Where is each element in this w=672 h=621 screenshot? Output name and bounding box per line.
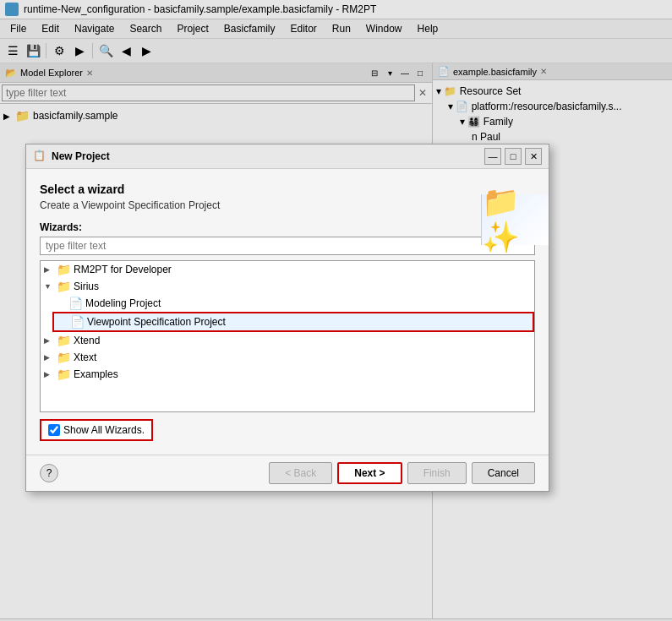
show-all-wizards-section: Show All Wizards.: [40, 419, 153, 441]
wiz-examples-arrow: ▶: [44, 370, 54, 379]
wizards-filter-input[interactable]: [40, 237, 535, 255]
wiz-xtext-label: Xtext: [74, 351, 96, 363]
wiz-examples-icon: 📁: [57, 368, 71, 381]
wiz-sirius-label: Sirius: [74, 281, 99, 292]
wizard-xtext[interactable]: ▶ 📁 Xtext: [41, 349, 534, 366]
back-button[interactable]: < Back: [269, 462, 332, 484]
dialog-footer: ? < Back Next > Finish Cancel: [26, 455, 549, 491]
wiz-xtext-icon: 📁: [57, 351, 71, 364]
dialog-description: Create a Viewpoint Specification Project: [40, 199, 535, 211]
new-project-dialog: 📋 New Project — □ ✕ 📁✨ Select a wizard C…: [25, 144, 549, 492]
wiz-rm2pt-arrow: ▶: [44, 265, 54, 274]
wizards-list: ▶ 📁 RM2PT for Developer ▼ 📁 Sirius 📄 Mod…: [40, 260, 535, 412]
dialog-section-title: Select a wizard: [40, 182, 535, 196]
dialog-titlebar: 📋 New Project — □ ✕: [26, 144, 549, 169]
wiz-xtend-label: Xtend: [74, 335, 100, 346]
wiz-examples-label: Examples: [74, 368, 118, 380]
next-button[interactable]: Next >: [337, 462, 402, 484]
dialog-minimize-btn[interactable]: —: [484, 148, 501, 165]
wizard-viewpoint-spec[interactable]: 📄 Viewpoint Specification Project: [52, 312, 534, 332]
finish-button[interactable]: Finish: [407, 462, 467, 484]
wiz-modeling-label: Modeling Project: [85, 297, 161, 309]
wiz-xtend-arrow: ▶: [44, 336, 54, 345]
wizards-label: Wizards:: [40, 221, 535, 233]
show-all-wizards-label: Show All Wizards.: [63, 424, 145, 436]
wizard-xtend[interactable]: ▶ 📁 Xtend: [41, 332, 534, 349]
cancel-button[interactable]: Cancel: [472, 462, 535, 484]
wiz-sirius-arrow: ▼: [44, 282, 54, 291]
wiz-rm2pt-icon: 📁: [57, 263, 71, 276]
dialog-icon: 📋: [33, 150, 46, 163]
wiz-modeling-icon: 📄: [68, 297, 83, 310]
wiz-viewpoint-label: Viewpoint Specification Project: [87, 316, 226, 328]
dialog-close-btn[interactable]: ✕: [525, 148, 542, 165]
wiz-xtend-icon: 📁: [57, 334, 71, 347]
banner-icon: 📁✨: [482, 184, 549, 255]
wiz-sirius-icon: 📁: [57, 280, 71, 293]
wizard-rm2pt[interactable]: ▶ 📁 RM2PT for Developer: [41, 261, 534, 278]
wizard-sirius[interactable]: ▼ 📁 Sirius: [41, 278, 534, 295]
dialog-banner: 📁✨: [481, 194, 549, 245]
wiz-rm2pt-label: RM2PT for Developer: [74, 264, 172, 275]
wizard-examples[interactable]: ▶ 📁 Examples: [41, 366, 534, 383]
dialog-body: 📁✨ Select a wizard Create a Viewpoint Sp…: [26, 169, 549, 455]
wizard-modeling-project[interactable]: 📄 Modeling Project: [52, 295, 534, 312]
wiz-xtext-arrow: ▶: [44, 353, 54, 362]
dialog-maximize-btn[interactable]: □: [505, 148, 522, 165]
show-all-wizards-checkbox[interactable]: [48, 424, 60, 436]
modal-overlay: 📋 New Project — □ ✕ 📁✨ Select a wizard C…: [0, 0, 672, 621]
help-button[interactable]: ?: [40, 464, 58, 482]
wiz-viewpoint-icon: 📄: [70, 315, 85, 329]
dialog-title: New Project: [52, 150, 110, 162]
